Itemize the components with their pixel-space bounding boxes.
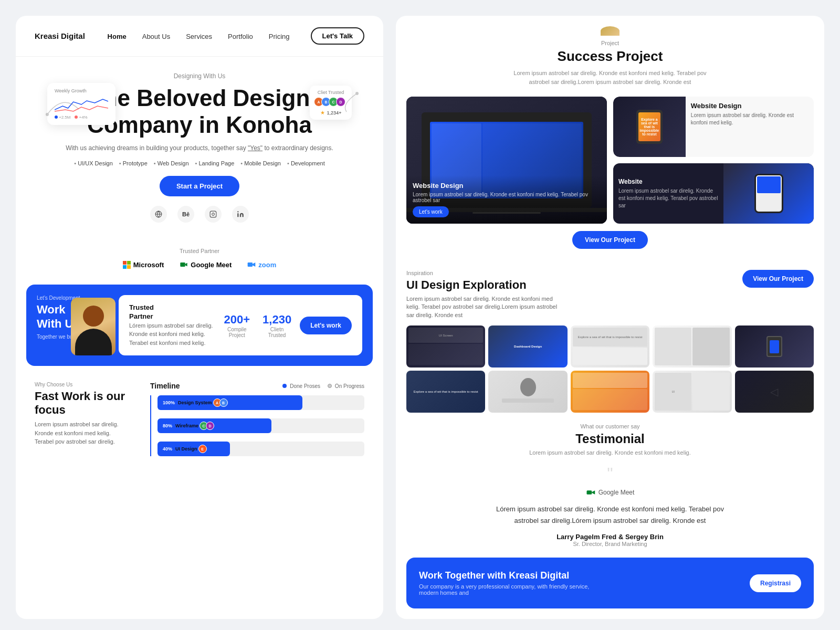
tablet-screen: Explore a sea of wit that is impossible … [638, 112, 661, 141]
view-project-button[interactable]: View Our Project [572, 231, 648, 249]
device-card-content: Website Lorem ipsum astrobel sar direlig… [613, 173, 723, 215]
project-grid: Website Design Lorem ipsum astrobel sar … [406, 97, 814, 224]
test-quote: Lórem ipsum astrobel sar direlig. Kronde… [484, 503, 736, 527]
bar-2: 80% Wireframe C D [158, 418, 271, 433]
view-project-wrap: View Our Project [406, 231, 814, 259]
svg-rect-6 [237, 213, 238, 217]
gi-mock-7 [488, 371, 567, 413]
device-visual [723, 163, 814, 224]
nav-cta-button[interactable]: Let's Talk [311, 27, 364, 45]
insp-tag: Inspiration [406, 270, 742, 276]
bar-avatars-3: E [201, 445, 207, 453]
nav-services[interactable]: Services [186, 33, 212, 40]
view-project-insp-button[interactable]: View Our Project [742, 270, 814, 288]
zoom-label: zoom [258, 261, 276, 269]
cta-banner: Work Together with Kreasi Digital Our co… [406, 558, 814, 608]
svg-rect-9 [248, 262, 253, 267]
partial-avatar [601, 26, 620, 36]
partners-section: Trusted Partner Microsoft G [16, 243, 383, 279]
svg-rect-4 [210, 211, 216, 217]
timeline-rows: 100% Design System A B [158, 395, 364, 456]
gi-mock-3: Explore a sea of wit that is impossible … [571, 326, 649, 368]
social-links: Bē [35, 206, 364, 223]
left-panel: Kreasi Digital Home About Us Services Po… [16, 16, 383, 619]
tablet-frame: Explore a sea of wit that is impossible … [636, 110, 663, 144]
start-project-button[interactable]: Start a Project [160, 176, 239, 196]
progress-dot [328, 384, 332, 388]
cta-sub: Our company is a very professional compa… [419, 583, 608, 596]
test-title: Testimonial [406, 432, 814, 446]
cta-button[interactable]: Registrasi [750, 574, 801, 592]
nav-pricing[interactable]: Pricing [269, 33, 290, 40]
project-title: Success Project [406, 48, 814, 65]
timeline-container: Timeline Done Proses On Progress [150, 382, 364, 456]
legend-progress: On Progress [328, 383, 364, 389]
project-card-laptop: Website Design Lorem ipsum astrobel sar … [406, 97, 607, 224]
stat-clients: 1,230 Clietn Trusted [262, 313, 291, 338]
gi-mock-10: ◁ [735, 371, 814, 413]
hero-tags: UI/UX Design Prototype Web Design Landin… [35, 160, 364, 166]
gallery-item-3: Explore a sea of wit that is impossible … [571, 326, 649, 368]
instagram-icon[interactable] [205, 206, 222, 223]
timeline-row-3: 40% UI Design E [158, 442, 364, 456]
svg-point-1 [355, 92, 359, 95]
card-1-desc: Lorem ipsum astrobel sar direlig. Kronde… [413, 192, 601, 203]
gi-mock-8 [571, 371, 649, 413]
cta-text: Work Together with Kreasi Digital Our co… [419, 570, 608, 596]
gallery-item-10: ◁ [735, 371, 814, 413]
card-1-title: Website Design [413, 182, 601, 190]
gi-mock-1: UI Screen [406, 326, 485, 368]
behance-icon[interactable]: Bē [177, 206, 194, 223]
work-card: Let's Development WorkWith Us Together w… [26, 285, 373, 366]
tag-mobile: Mobile Design [240, 160, 281, 166]
timeline-legend: Done Proses On Progress [282, 383, 364, 389]
bar-3: 40% UI Design E [158, 442, 230, 456]
quote-icon: " [406, 464, 814, 484]
ba-5: E [198, 445, 207, 453]
nav-about[interactable]: About Us [142, 33, 170, 40]
gallery-item-6: Explore a sea of wit that is impossible … [406, 371, 485, 413]
why-choose-us: Why Choose Us Fast Work is our focus Lor… [35, 382, 129, 446]
timeline-title: Timeline [150, 382, 180, 390]
nav-portfolio[interactable]: Portfolio [228, 33, 253, 40]
nav-home[interactable]: Home [108, 33, 127, 40]
linkedin-icon[interactable] [232, 206, 249, 223]
right-panel: Project Success Project Lorem ipsum astr… [396, 16, 824, 619]
star-icon: ★ [320, 110, 325, 116]
work-stats: 200+ Compile Project 1,230 Clietn Truste… [224, 313, 292, 338]
person-illustration [71, 298, 116, 355]
tag-web: Web Design [154, 160, 189, 166]
insp-header: Inspiration UI Design Exploration Lorem … [406, 270, 814, 319]
tag-dev: Development [287, 160, 325, 166]
card-1-btn[interactable]: Let's work [413, 206, 449, 217]
navbar: Kreasi Digital Home About Us Services Po… [16, 16, 383, 57]
project-card-1-content: Website Design Lorem ipsum astrobel sar … [406, 175, 607, 224]
project-sub: Lorem ipsum astrobel sar direlig. Kronde… [510, 69, 710, 86]
gi-mock-5 [735, 326, 814, 368]
test-sub: Lorem ipsum astrobel sar direlig. Kronde… [406, 449, 814, 456]
gmeet-badge: Google Meet [406, 488, 814, 497]
lets-work-button[interactable]: Let's work [300, 317, 352, 334]
gallery-row-1: UI Screen Dashboard Design Explore a sea… [406, 326, 814, 368]
googlemeet-label: Google Meet [191, 261, 232, 269]
gi-mock-6: Explore a sea of wit that is impossible … [406, 371, 485, 413]
tag-proto: Prototype [119, 160, 148, 166]
googlemeet-logo: Google Meet [180, 260, 232, 269]
gallery-item-8 [571, 371, 649, 413]
nav-logo: Kreasi Digital [35, 32, 85, 40]
nav-links: Home About Us Services Portfolio Pricing [108, 32, 290, 41]
tag-landing: Landing Page [195, 160, 235, 166]
work-card-right: Trusted Partner Lórem ipsum astrobel sar… [119, 295, 362, 355]
svg-point-7 [237, 211, 238, 212]
globe-icon[interactable] [150, 206, 167, 223]
stat-projects: 200+ Compile Project [224, 313, 250, 338]
device-frame [754, 174, 783, 213]
hero-section: Weekly Growth +2.5M +4% Cliet Trusted [16, 57, 383, 243]
partners-label: Trusted Partner [35, 248, 364, 254]
test-author: Larry Pagelm Fred & Sergey Brin [406, 533, 814, 541]
partners-logos: Microsoft Google Meet zoom [35, 260, 364, 269]
tablet-card-inner: Explore a sea of wit that is impossible … [613, 97, 814, 157]
top-partial-avatar [406, 26, 814, 36]
device-screen [756, 175, 782, 212]
device-card-desc: Lorem ipsum astrobel sar direlig. Kronde… [618, 187, 718, 209]
